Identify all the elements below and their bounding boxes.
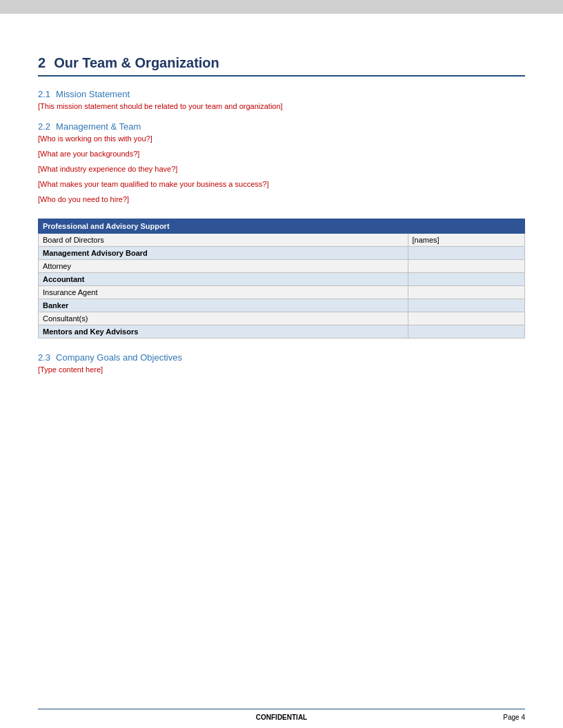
section-number: 2 — [38, 55, 46, 71]
table-cell-col1: Board of Directors — [39, 234, 408, 247]
table-row: Mentors and Key Advisors — [39, 325, 525, 338]
mission-placeholder: [This mission statement should be relate… — [38, 102, 525, 110]
document-page: 2 Our Team & Organization 2.1 Mission St… — [0, 14, 563, 728]
subsection-2-3-title: 2.3 Company Goals and Objectives — [38, 352, 525, 363]
subsection-2-2-title: 2.2 Management & Team — [38, 121, 525, 132]
subsection-2-3-number: 2.3 — [38, 352, 50, 363]
table-cell-col2 — [408, 273, 524, 286]
goals-placeholder: [Type content here] — [38, 365, 525, 374]
subsection-2-3: 2.3 Company Goals and Objectives [Type c… — [38, 352, 525, 374]
mgmt-placeholder-1: [What are your backgrounds?] — [38, 150, 525, 158]
subsection-2-3-label: Company Goals and Objectives — [56, 352, 182, 363]
mgmt-placeholder-3: [What makes your team qualified to make … — [38, 180, 525, 188]
mgmt-placeholder-2: [What industry experience do they have?] — [38, 165, 525, 173]
table-cell-col2 — [408, 260, 524, 273]
table-cell-col1: Accountant — [39, 273, 408, 286]
section-2-title: 2 Our Team & Organization — [38, 55, 525, 77]
table-body: Board of Directors [names] Management Ad… — [39, 234, 525, 338]
table-cell-col1: Management Advisory Board — [39, 247, 408, 260]
page-footer: CONFIDENTIAL Page 4 — [38, 709, 525, 721]
advisory-table: Professional and Advisory Support Board … — [38, 219, 525, 338]
table-cell-col2 — [408, 299, 524, 312]
table-cell-col1: Consultant(s) — [39, 312, 408, 325]
table-cell-col1: Banker — [39, 299, 408, 312]
table-header: Professional and Advisory Support — [39, 219, 525, 234]
table-cell-col2 — [408, 247, 524, 260]
table-row: Management Advisory Board — [39, 247, 525, 260]
mgmt-placeholder-0: [Who is working on this with you?] — [38, 134, 525, 143]
table-cell-col2 — [408, 312, 524, 325]
table-row: Banker — [39, 299, 525, 312]
subsection-2-2-label: Management & Team — [56, 121, 141, 132]
table-cell-col2: [names] — [408, 234, 524, 247]
subsection-2-1: 2.1 Mission Statement [This mission stat… — [38, 89, 525, 110]
table-cell-col1: Mentors and Key Advisors — [39, 325, 408, 338]
table-row: Insurance Agent — [39, 286, 525, 299]
table-cell-col2 — [408, 325, 524, 338]
table-row: Accountant — [39, 273, 525, 286]
subsection-2-1-number: 2.1 — [38, 89, 50, 99]
page-content: 2 Our Team & Organization 2.1 Mission St… — [38, 55, 525, 687]
table-row: Attorney — [39, 260, 525, 273]
mgmt-placeholder-4: [Who do you need to hire?] — [38, 195, 525, 203]
footer-right: Page 4 — [503, 714, 525, 721]
table-row: Board of Directors [names] — [39, 234, 525, 247]
table-cell-col2 — [408, 286, 524, 299]
subsection-2-2: 2.2 Management & Team [Who is working on… — [38, 121, 525, 203]
table-row: Consultant(s) — [39, 312, 525, 325]
section-label: Our Team & Organization — [54, 55, 219, 71]
table-cell-col1: Attorney — [39, 260, 408, 273]
subsection-2-1-label: Mission Statement — [56, 89, 130, 99]
subsection-2-1-title: 2.1 Mission Statement — [38, 89, 525, 99]
footer-center: CONFIDENTIAL — [256, 714, 307, 721]
subsection-2-2-number: 2.2 — [38, 121, 50, 132]
table-cell-col1: Insurance Agent — [39, 286, 408, 299]
